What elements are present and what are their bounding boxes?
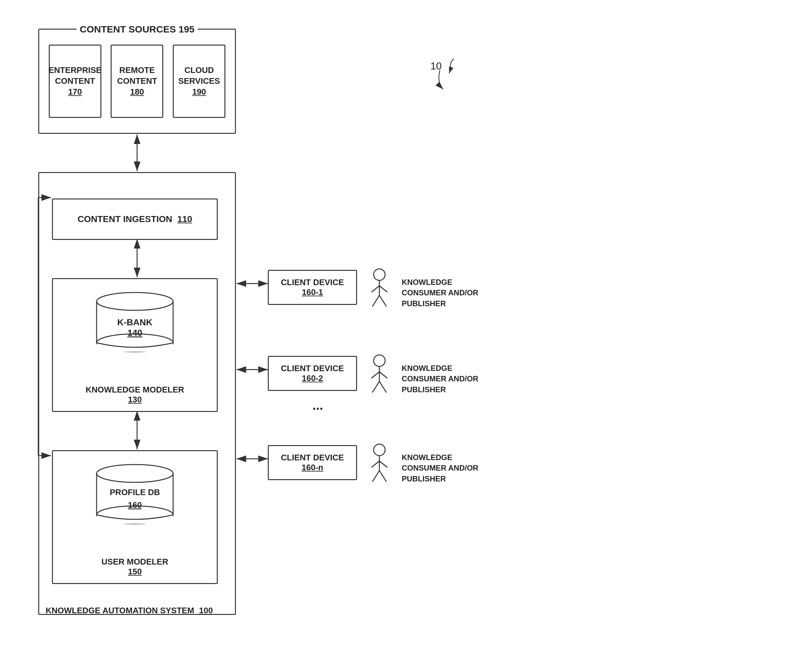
content-sources-box: CONTENT SOURCES 195 ENTERPRISE CONTENT 1… [38, 29, 236, 134]
client-device-n-row: CLIENT DEVICE 160-n KNOWLEDGE CONSUMER A… [268, 441, 478, 484]
diagram: CONTENT SOURCES 195 ENTERPRISE CONTENT 1… [19, 16, 784, 641]
person-icon-2 [367, 353, 392, 394]
client-device-n-box: CLIENT DEVICE 160-n [268, 445, 357, 480]
content-sources-inner: ENTERPRISE CONTENT 170 REMOTE CONTENT 18… [39, 29, 235, 133]
svg-text:140: 140 [127, 328, 143, 338]
kas-title: KNOWLEDGE AUTOMATION SYSTEM 100 [46, 606, 213, 616]
person-icon-n [367, 442, 392, 483]
svg-text:PROFILE DB: PROFILE DB [110, 487, 160, 497]
svg-line-34 [372, 381, 380, 393]
svg-line-26 [371, 286, 380, 292]
profiledb-container: PROFILE DB 160 [90, 461, 180, 524]
km-label: KNOWLEDGE MODELER 130 [85, 385, 184, 405]
person-icon-1 [367, 267, 392, 308]
svg-point-36 [373, 444, 385, 456]
kc-label-1: KNOWLEDGE CONSUMER AND/OR PUBLISHER [402, 266, 478, 309]
cloud-services-box: CLOUD SERVICES 190 [173, 45, 225, 118]
content-sources-title: CONTENT SOURCES 195 [76, 24, 198, 35]
content-ingestion-box: CONTENT INGESTION 110 [52, 198, 218, 240]
svg-text:K-BANK: K-BANK [117, 317, 152, 327]
um-label: USER MODELER 150 [101, 557, 168, 577]
remote-content-box: REMOTE CONTENT 180 [111, 45, 163, 118]
kas-box: KNOWLEDGE AUTOMATION SYSTEM 100 CONTENT … [38, 172, 236, 615]
enterprise-ref: 170 [48, 87, 101, 97]
svg-line-27 [380, 286, 387, 292]
enterprise-line2: CONTENT [48, 76, 101, 87]
client-device-2-row: CLIENT DEVICE 160-2 KNOWLEDGE CONSUMER A… [268, 352, 478, 395]
enterprise-content-box: ENTERPRISE CONTENT 170 [49, 45, 101, 118]
svg-text:160: 160 [128, 500, 141, 510]
svg-point-24 [373, 269, 385, 280]
svg-line-28 [372, 296, 380, 306]
svg-line-33 [380, 372, 387, 378]
enterprise-line1: ENTERPRISE [48, 65, 101, 76]
knowledge-modeler-box: K-BANK 140 KNOWLEDGE MODELER 130 [52, 278, 218, 412]
svg-line-29 [380, 296, 386, 306]
remote-ref: 180 [117, 87, 157, 97]
client-device-1-row: CLIENT DEVICE 160-1 KNOWLEDGE CONSUMER A… [268, 266, 478, 309]
svg-line-41 [380, 470, 386, 482]
dots: ... [312, 398, 323, 413]
user-modeler-box: PROFILE DB 160 USER MODELER 150 [52, 450, 218, 584]
cloud-line1: CLOUD [178, 65, 220, 76]
cloud-line2: SERVICES [178, 76, 220, 87]
kbank-container: K-BANK 140 [90, 289, 180, 352]
kc-label-2: KNOWLEDGE CONSUMER AND/OR PUBLISHER [402, 352, 478, 395]
svg-line-40 [372, 470, 380, 482]
kc-label-n: KNOWLEDGE CONSUMER AND/OR PUBLISHER [402, 441, 478, 484]
svg-point-19 [97, 464, 173, 482]
client-device-2-box: CLIENT DEVICE 160-2 [268, 356, 357, 391]
client-device-1-box: CLIENT DEVICE 160-1 [268, 270, 357, 305]
remote-line2: CONTENT [117, 76, 157, 87]
svg-line-35 [380, 381, 386, 393]
svg-point-30 [373, 355, 385, 367]
svg-line-39 [380, 461, 387, 467]
svg-point-13 [97, 292, 173, 310]
remote-line1: REMOTE [117, 65, 157, 76]
cloud-ref: 190 [178, 87, 220, 97]
svg-line-38 [371, 461, 380, 467]
svg-line-32 [371, 372, 380, 378]
ref-number: 10 [431, 57, 463, 76]
